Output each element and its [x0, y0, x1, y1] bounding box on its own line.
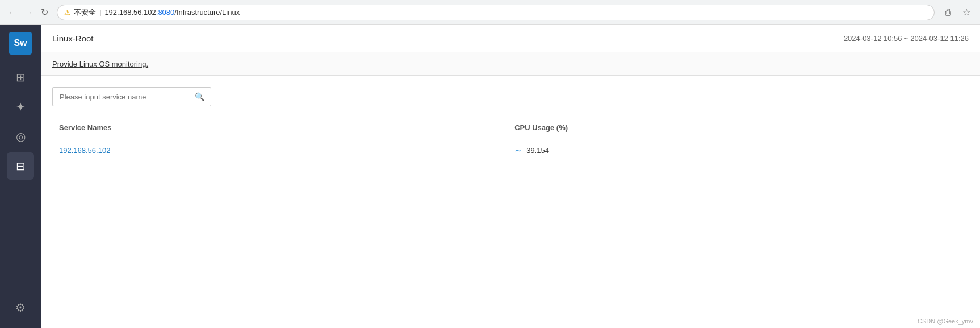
settings-icon: ⚙ — [15, 301, 26, 314]
sidebar-item-settings[interactable]: ⚙ — [7, 294, 34, 321]
description-link[interactable]: Provide Linux OS monitoring. — [52, 60, 148, 68]
insecure-label: 不安全 — [74, 7, 96, 18]
footer-credit: CSDN @Geek_ymv — [918, 318, 973, 325]
col-cpu-usage: CPU Usage (%) — [508, 118, 969, 138]
warning-icon: ⚠ — [64, 9, 70, 16]
address-text: 192.168.56.102:8080/Infrastructure/Linux — [104, 8, 240, 16]
plugins-icon: ⊟ — [16, 159, 26, 173]
table-header: Service Names CPU Usage (%) — [52, 118, 969, 138]
sidebar-item-nodes[interactable]: ✦ — [7, 93, 34, 121]
refresh-button[interactable]: ↻ — [39, 7, 50, 18]
date-range: 2024-03-12 10:56 ~ 2024-03-12 11:26 — [844, 34, 969, 43]
cpu-usage-cell: ∼ 39.154 — [508, 138, 969, 163]
separator: | — [99, 8, 101, 16]
search-icon: 🔍 — [195, 92, 204, 101]
sub-header: Provide Linux OS monitoring. — [41, 52, 980, 76]
search-button[interactable]: 🔍 — [189, 87, 211, 106]
main-content: Linux-Root 2024-03-12 10:56 ~ 2024-03-12… — [41, 25, 980, 328]
service-link[interactable]: 192.168.56.102 — [59, 146, 110, 155]
address-port: :8080 — [156, 8, 175, 16]
page-title: Linux-Root — [52, 34, 94, 43]
service-name-cell: 192.168.56.102 — [52, 138, 508, 163]
trend-icon: ∼ — [514, 145, 522, 156]
back-button[interactable]: ← — [7, 7, 18, 18]
cpu-value: 39.154 — [526, 146, 549, 155]
table-body: 192.168.56.102 ∼ 39.154 — [52, 138, 969, 163]
sidebar-item-security[interactable]: ◎ — [7, 123, 34, 150]
forward-button[interactable]: → — [23, 7, 34, 18]
app-container: Sw ⊞ ✦ ◎ ⊟ ⚙ Linux-Root 2024-03-12 10:56… — [0, 25, 980, 328]
share-button[interactable]: ⎙ — [941, 6, 955, 19]
sidebar: Sw ⊞ ✦ ◎ ⊟ ⚙ — [0, 25, 41, 328]
address-path: /Infrastructure/Linux — [174, 8, 240, 16]
header-row: Service Names CPU Usage (%) — [52, 118, 969, 138]
nodes-icon: ✦ — [16, 100, 26, 114]
col-service-names: Service Names — [52, 118, 508, 138]
cpu-value-container: ∼ 39.154 — [514, 145, 962, 156]
search-bar: 🔍 — [52, 87, 969, 106]
data-table: Service Names CPU Usage (%) 192.168.56.1… — [52, 118, 969, 163]
address-host: 192.168.56.102 — [104, 8, 156, 16]
nav-buttons: ← → ↻ — [7, 7, 50, 18]
sidebar-item-dashboard[interactable]: ⊞ — [7, 64, 34, 91]
browser-actions: ⎙ ☆ — [941, 6, 973, 19]
main-header: Linux-Root 2024-03-12 10:56 ~ 2024-03-12… — [41, 25, 980, 52]
security-icon: ◎ — [16, 130, 26, 143]
sidebar-item-plugins[interactable]: ⊟ — [7, 152, 34, 180]
content-area: 🔍 Service Names CPU Usage (%) 192.168.56… — [41, 76, 980, 328]
bookmark-button[interactable]: ☆ — [960, 6, 973, 19]
search-input[interactable] — [52, 87, 189, 106]
address-bar[interactable]: ⚠ 不安全 | 192.168.56.102:8080/Infrastructu… — [57, 5, 935, 20]
dashboard-icon: ⊞ — [16, 70, 26, 84]
browser-chrome: ← → ↻ ⚠ 不安全 | 192.168.56.102:8080/Infras… — [0, 0, 980, 25]
sidebar-logo[interactable]: Sw — [9, 32, 32, 55]
table-row: 192.168.56.102 ∼ 39.154 — [52, 138, 969, 163]
